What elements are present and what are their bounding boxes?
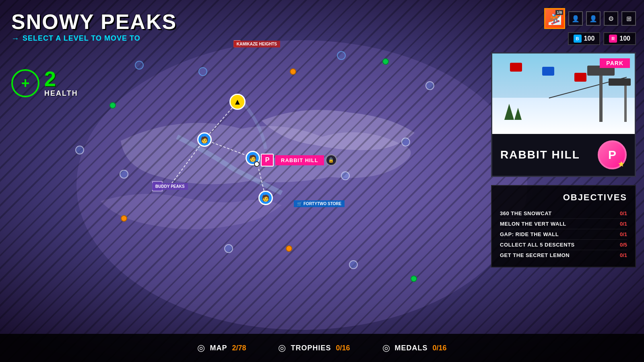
kamikaze-location[interactable]: ▶ KAMIKAZE HEIGHTS bbox=[233, 40, 241, 47]
top-right-panel: 🏂 1/8 👤 👤 ⚙ ⊞ B 100 R 100 bbox=[544, 8, 636, 45]
trophies-item[interactable]: ◎ TROPHIES 0/16 bbox=[278, 343, 350, 353]
b-currency: B 100 bbox=[568, 32, 601, 45]
store-label: 🛒 FORTYTWO STORE bbox=[294, 200, 345, 207]
person-icon-2: 🧑 bbox=[249, 154, 257, 162]
player-position bbox=[254, 161, 260, 167]
map-progress: 2/78 bbox=[232, 344, 246, 352]
currency-row: B 100 R 100 bbox=[568, 32, 636, 45]
health-label: HEALTH bbox=[44, 89, 78, 98]
objective-progress-4: 0/1 bbox=[620, 252, 627, 258]
small-marker-3 bbox=[198, 67, 207, 76]
objective-name-0: 360 THE SNOWCAT bbox=[500, 210, 552, 216]
trophies-progress: 0/16 bbox=[336, 344, 350, 352]
tree-1 bbox=[504, 104, 514, 120]
plus-icon: + bbox=[21, 76, 29, 90]
small-marker-4 bbox=[337, 51, 346, 60]
park-badge-large: P ⭐ bbox=[598, 140, 627, 169]
card-bottom: RABBIT HILL P ⭐ bbox=[492, 134, 635, 176]
map-item[interactable]: ◎ MAP 2/78 bbox=[197, 343, 246, 353]
green-dot-2 bbox=[382, 58, 389, 65]
small-marker-2 bbox=[135, 61, 144, 70]
objective-row-2: GAP: RIDE THE WALL 0/1 bbox=[500, 229, 627, 240]
r-icon: R bbox=[609, 35, 617, 43]
location-name: RABBIT HILL bbox=[500, 148, 580, 161]
map-label: MAP bbox=[210, 344, 227, 352]
top-left-panel: SNOWY PEAKS → SELECT A LEVEL TO MOVE TO bbox=[11, 11, 177, 43]
small-marker-8 bbox=[120, 170, 128, 179]
player-badge-count: 1/8 bbox=[555, 10, 563, 15]
tree-2 bbox=[514, 108, 522, 120]
objective-progress-0: 0/1 bbox=[620, 210, 627, 216]
gondola-2 bbox=[542, 67, 554, 76]
objectives-title: OBJECTIVES bbox=[500, 192, 627, 203]
map-icon: ◎ bbox=[197, 343, 205, 353]
blue-marker-3[interactable]: 🧑 bbox=[258, 191, 273, 205]
small-marker-9 bbox=[75, 146, 84, 154]
objective-progress-3: 0/5 bbox=[620, 242, 627, 248]
park-badge-letter: P bbox=[608, 148, 616, 162]
bottom-bar: ◎ MAP 2/78 ◎ TROPHIES 0/16 ◎ MEDALS 0/16 bbox=[0, 334, 644, 362]
health-value: 2 bbox=[44, 68, 78, 89]
profile-button-2[interactable]: 👤 bbox=[586, 11, 601, 26]
r-currency: R 100 bbox=[603, 32, 636, 45]
b-icon: B bbox=[574, 35, 582, 43]
medals-item[interactable]: ◎ MEDALS 0/16 bbox=[382, 343, 447, 353]
screen-icon: ⊞ bbox=[626, 15, 632, 23]
objective-row-4: GET THE SECRET LEMON 0/1 bbox=[500, 250, 627, 260]
small-marker-5 bbox=[425, 81, 434, 90]
small-marker-11 bbox=[224, 244, 233, 253]
b-value: 100 bbox=[584, 35, 595, 42]
kamikaze-label: KAMIKAZE HEIGHTS bbox=[233, 41, 280, 47]
screen-button[interactable]: ⊞ bbox=[621, 11, 636, 26]
rabbit-hill-p-badge: P bbox=[261, 154, 274, 167]
trophies-icon: ◎ bbox=[278, 343, 286, 353]
trophies-label: TROPHIES bbox=[291, 344, 331, 352]
location-card: PARK RABBIT HILL P ⭐ bbox=[491, 52, 636, 177]
person2-icon: 👤 bbox=[589, 15, 597, 23]
medals-label: MEDALS bbox=[395, 344, 428, 352]
subtitle-text: SELECT A LEVEL TO MOVE TO bbox=[23, 34, 140, 43]
buddy-peaks-label: BUDDY PEAKS bbox=[152, 183, 188, 190]
gondola-3 bbox=[510, 63, 522, 72]
profile-button-1[interactable]: 👤 bbox=[568, 11, 583, 26]
objective-name-2: GAP: RIDE THE WALL bbox=[500, 231, 559, 237]
objective-row-3: COLLECT ALL 5 DESCENTS 0/5 bbox=[500, 240, 627, 250]
small-marker-7 bbox=[341, 171, 350, 180]
objective-name-1: MELON THE VERT WALL bbox=[500, 221, 566, 227]
r-value: 100 bbox=[619, 35, 630, 42]
top-icons-row: 🏂 1/8 👤 👤 ⚙ ⊞ bbox=[544, 8, 636, 29]
objective-row-1: MELON THE VERT WALL 0/1 bbox=[500, 219, 627, 229]
medals-icon: ◎ bbox=[382, 343, 390, 353]
gear-icon: ⚙ bbox=[608, 15, 614, 23]
buddy-peaks-location[interactable]: BD BUDDY PEAKS bbox=[152, 181, 163, 191]
small-marker-1 bbox=[109, 102, 116, 109]
green-dot-1 bbox=[411, 276, 417, 282]
small-marker-6 bbox=[401, 138, 410, 146]
tower-top bbox=[609, 78, 631, 86]
subtitle-row: → SELECT A LEVEL TO MOVE TO bbox=[11, 34, 177, 43]
orange-dot-1 bbox=[290, 68, 296, 75]
right-tower bbox=[624, 82, 627, 122]
health-circle: + bbox=[11, 69, 39, 97]
right-panel: PARK RABBIT HILL P ⭐ OBJECTIVES 360 THE … bbox=[491, 52, 636, 267]
character-badge[interactable]: 🏂 1/8 bbox=[544, 8, 565, 29]
objective-name-4: GET THE SECRET LEMON bbox=[500, 252, 570, 258]
health-indicator: + 2 HEALTH bbox=[11, 68, 78, 98]
small-marker-10 bbox=[349, 260, 358, 269]
park-badge-star: ⭐ bbox=[618, 161, 624, 167]
person-icon-3: 🧑 bbox=[262, 194, 270, 202]
card-image: PARK bbox=[492, 53, 635, 134]
rabbit-hill-tag: RABBIT HILL bbox=[275, 155, 324, 165]
park-tag: PARK bbox=[600, 58, 630, 68]
objective-progress-2: 0/1 bbox=[620, 231, 627, 237]
blue-marker-1[interactable]: 🧑 bbox=[197, 132, 212, 147]
objective-name-3: COLLECT ALL 5 DESCENTS bbox=[500, 242, 575, 248]
objectives-panel: OBJECTIVES 360 THE SNOWCAT 0/1 MELON THE… bbox=[491, 185, 636, 267]
lift-tower bbox=[599, 74, 603, 122]
yellow-marker[interactable]: ▲ bbox=[229, 94, 246, 110]
objectives-list: 360 THE SNOWCAT 0/1 MELON THE VERT WALL … bbox=[500, 208, 627, 260]
person1-icon: 👤 bbox=[572, 15, 580, 23]
rabbit-hill-marker[interactable]: P RABBIT HILL 🔒 bbox=[261, 154, 337, 167]
settings-button[interactable]: ⚙ bbox=[604, 11, 618, 26]
medals-progress: 0/16 bbox=[433, 344, 447, 352]
